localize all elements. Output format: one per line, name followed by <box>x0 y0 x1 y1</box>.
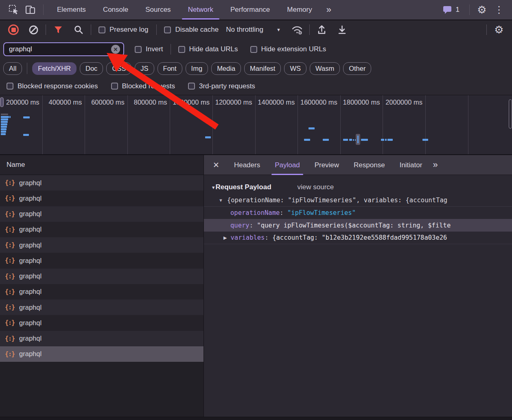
tab-performance[interactable]: Performance <box>222 0 278 20</box>
overview-gridline-cell: 1000000 ms <box>170 95 213 154</box>
overview-tick-label: 1600000 ms <box>300 98 337 106</box>
blocked-cookies-checkbox[interactable] <box>7 83 13 90</box>
chip-media[interactable]: Media <box>211 62 241 75</box>
chip-other[interactable]: Other <box>343 62 371 75</box>
issues-count[interactable]: 1 <box>456 6 459 14</box>
export-har-icon[interactable] <box>334 22 350 38</box>
chip-manifest[interactable]: Manifest <box>244 62 281 75</box>
hide-extension-urls-label[interactable]: Hide extension URLs <box>261 45 326 53</box>
tab-memory[interactable]: Memory <box>278 0 320 20</box>
overview-handle-right[interactable] <box>509 99 512 129</box>
request-row[interactable]: {:} graphql <box>0 315 203 330</box>
waterfall-bar <box>309 127 315 129</box>
request-row[interactable]: {:} graphql <box>0 331 203 346</box>
request-name: graphql <box>19 195 42 202</box>
device-toolbar-icon[interactable] <box>22 2 38 18</box>
chip-doc[interactable]: Doc <box>80 62 103 75</box>
hide-extension-urls-checkbox[interactable] <box>250 46 257 53</box>
chip-js[interactable]: JS <box>135 62 154 75</box>
hide-data-urls-checkbox[interactable] <box>178 46 185 53</box>
request-row[interactable]: {:} graphql <box>0 206 203 222</box>
filter-funnel-icon[interactable] <box>50 22 66 38</box>
throttling-select[interactable]: No throttling <box>226 26 263 34</box>
waterfall-bar <box>1 128 7 130</box>
network-conditions-icon[interactable] <box>289 22 305 38</box>
chip-all[interactable]: All <box>3 62 22 75</box>
network-overview-timeline[interactable]: 200000 ms400000 ms600000 ms800000 ms1000… <box>0 95 512 155</box>
third-party-label[interactable]: 3rd-party requests <box>199 82 255 90</box>
tab-headers[interactable]: Headers <box>227 155 267 175</box>
request-name: graphql <box>19 210 42 218</box>
invert-checkbox[interactable] <box>135 46 142 53</box>
chip-font[interactable]: Font <box>158 62 182 75</box>
request-row[interactable]: {:} graphql <box>0 222 203 237</box>
name-column-header[interactable]: Name <box>0 155 203 175</box>
filter-input-wrap: ✕ <box>3 42 124 56</box>
close-panel-icon[interactable]: ✕ <box>204 160 227 170</box>
request-row[interactable]: {:} graphql <box>0 346 203 362</box>
more-tabs-icon[interactable]: » <box>321 4 337 15</box>
overview-gridline-cell: 1200000 ms <box>213 95 256 154</box>
request-row[interactable]: {:} graphql <box>0 269 203 284</box>
chip-img[interactable]: Img <box>186 62 208 75</box>
chip-css[interactable]: CSS <box>106 62 131 75</box>
payload-row-query-selected[interactable]: query: "query ipFlowTimeseries($accountT… <box>204 219 512 232</box>
blocked-cookies-label[interactable]: Blocked response cookies <box>18 82 98 90</box>
window-bottom-edge <box>0 417 512 420</box>
kebab-menu-icon[interactable]: ⋮ <box>490 5 508 15</box>
issues-message-icon[interactable] <box>441 2 453 18</box>
chip-ws[interactable]: WS <box>284 62 306 75</box>
blocked-requests-label[interactable]: Blocked requests <box>122 82 175 90</box>
overview-gridline-cell: 600000 ms <box>85 95 128 154</box>
blocked-requests-checkbox[interactable] <box>111 83 118 90</box>
tab-payload[interactable]: Payload <box>267 155 307 175</box>
divider <box>469 4 470 15</box>
request-row[interactable]: {:} graphql <box>0 190 203 206</box>
request-row[interactable]: {:} graphql <box>0 237 203 253</box>
tab-sources[interactable]: Sources <box>137 0 179 20</box>
tab-initiator[interactable]: Initiator <box>392 155 430 175</box>
request-row[interactable]: {:} graphql <box>0 175 203 190</box>
payload-row-variables[interactable]: ▶variables: {accountTag: "b12e3b2192ee55… <box>204 232 512 244</box>
tab-elements[interactable]: Elements <box>48 0 94 20</box>
waterfall-bar <box>1 118 8 120</box>
tab-network[interactable]: Network <box>179 0 222 20</box>
request-detail-panel: ✕ Headers Payload Preview Response Initi… <box>204 155 512 417</box>
waterfall-bar <box>353 139 354 141</box>
view-source-link[interactable]: view source <box>298 183 334 191</box>
inspect-element-icon[interactable] <box>6 2 22 18</box>
preserve-log-label[interactable]: Preserve log <box>109 26 148 34</box>
import-har-icon[interactable] <box>314 22 330 38</box>
throttling-caret-icon[interactable]: ▼ <box>276 27 281 32</box>
network-settings-gear-icon[interactable]: ⚙ <box>491 22 507 38</box>
payload-row-operation-name[interactable]: operationName: "ipFlowTimeseries" <box>204 206 512 219</box>
disable-cache-label[interactable]: Disable cache <box>175 26 219 34</box>
json-icon: {:} <box>5 319 15 326</box>
tab-preview[interactable]: Preview <box>307 155 346 175</box>
payload-root-row[interactable]: ▼ {operationName: "ipFlowTimeseries", va… <box>204 194 512 206</box>
tab-console[interactable]: Console <box>94 0 137 20</box>
section-collapse-icon[interactable]: ▾ <box>212 184 215 190</box>
tab-response[interactable]: Response <box>346 155 392 175</box>
preserve-log-checkbox[interactable] <box>98 26 105 33</box>
record-network-log-icon[interactable] <box>8 24 19 35</box>
disable-cache-checkbox[interactable] <box>164 26 171 33</box>
request-row[interactable]: {:} graphql <box>0 253 203 268</box>
clear-network-log-icon[interactable] <box>25 22 42 38</box>
request-row[interactable]: {:} graphql <box>0 284 203 300</box>
chip-fetch-xhr[interactable]: Fetch/XHR <box>32 62 77 75</box>
more-detail-tabs-icon[interactable]: » <box>429 160 441 170</box>
search-icon[interactable] <box>70 22 87 38</box>
overview-gridline-cell: 400000 ms <box>43 95 85 154</box>
clear-filter-icon[interactable]: ✕ <box>111 45 120 54</box>
filter-input[interactable] <box>6 45 111 53</box>
third-party-checkbox[interactable] <box>188 83 195 90</box>
settings-gear-icon[interactable]: ⚙ <box>474 2 490 18</box>
invert-label[interactable]: Invert <box>146 45 163 53</box>
chip-wasm[interactable]: Wasm <box>310 62 340 75</box>
request-row[interactable]: {:} graphql <box>0 300 203 315</box>
json-icon: {:} <box>5 288 15 295</box>
hide-data-urls-label[interactable]: Hide data URLs <box>189 45 238 53</box>
network-toolbar: Preserve log Disable cache No throttling… <box>0 20 512 39</box>
waterfall-bar <box>357 136 359 143</box>
